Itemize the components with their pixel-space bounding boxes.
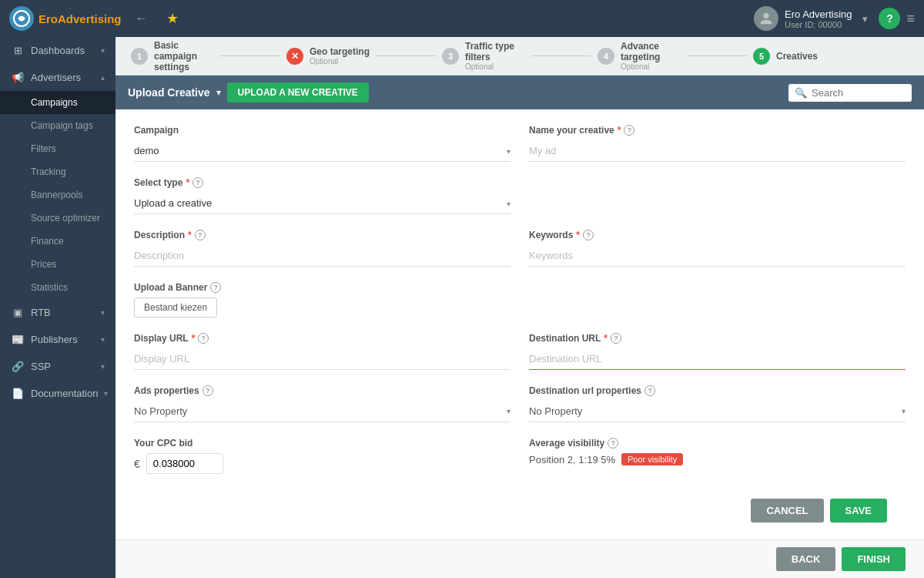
- sidebar-item-campaigns[interactable]: Campaigns: [0, 91, 116, 114]
- sidebar-item-finance[interactable]: Finance: [0, 230, 116, 253]
- campaign-select[interactable]: demo: [134, 140, 511, 161]
- form-col-upload-right: [529, 282, 906, 318]
- sidebar-label-prices: Prices: [31, 259, 56, 270]
- logo-text: EroAdvertising: [38, 12, 122, 25]
- ads-properties-select[interactable]: No Property: [134, 401, 511, 422]
- desturl-required: *: [604, 333, 608, 344]
- form-col-select-type: Select type * ? Upload a creative ▾: [134, 177, 511, 214]
- avg-visibility-help-icon[interactable]: ?: [608, 438, 618, 449]
- kw-help-icon[interactable]: ?: [583, 230, 594, 240]
- step-info-1: Basic campaign settings: [154, 40, 214, 72]
- sidebar-label-statistics: Statistics: [31, 282, 68, 293]
- type-select[interactable]: Upload a creative: [134, 193, 511, 213]
- help-icon: ?: [886, 12, 893, 25]
- sidebar-item-filters[interactable]: Filters: [0, 137, 116, 160]
- sidebar-item-tracking[interactable]: Tracking: [0, 160, 116, 183]
- ads-prop-help-icon[interactable]: ?: [203, 385, 213, 396]
- form-container: Campaign demo ▾ Name your creative *: [116, 109, 924, 539]
- form-col-campaign: Campaign demo ▾: [134, 125, 511, 162]
- step-info-2: Geo targeting Optional: [310, 46, 370, 66]
- grid-icon: ⊞: [11, 45, 25, 56]
- panel-title-dropdown-button[interactable]: ▾: [216, 87, 221, 98]
- wizard-steps: 1 Basic campaign settings ✕ Geo targetin…: [116, 37, 924, 76]
- sidebar-item-source-optimizer[interactable]: Source optimizer: [0, 207, 116, 230]
- sidebar-label-campaigns: Campaigns: [31, 97, 78, 108]
- form-col-upload-banner: Upload a Banner ? Bestand kiezen: [134, 282, 511, 318]
- display-url-input[interactable]: [134, 348, 511, 370]
- sidebar-item-advertisers[interactable]: 📢 Advertisers ▴: [0, 64, 116, 91]
- back-button-bottom[interactable]: BACK: [776, 547, 836, 571]
- durl-required: *: [192, 333, 196, 344]
- sidebar-item-documentation[interactable]: 📄 Documentation ▾: [0, 380, 116, 407]
- sidebar-item-bannerpools[interactable]: Bannerpools: [0, 183, 116, 207]
- step-label-5: Creatives: [776, 51, 909, 62]
- cpc-row: €: [134, 453, 511, 474]
- step-info-4: Advance targeting Optional: [621, 41, 681, 71]
- sidebar-item-ssp[interactable]: 🔗 SSP ▾: [0, 353, 116, 380]
- avg-visibility-value: Position 2, 1:19 5%: [529, 454, 615, 465]
- hamburger-menu-button[interactable]: ≡: [906, 11, 915, 27]
- content-area: 1 Basic campaign settings ✕ Geo targetin…: [116, 37, 924, 578]
- help-button[interactable]: ?: [879, 8, 900, 29]
- top-navbar: EroAdvertising ← ★ Ero Advertising User …: [0, 0, 924, 37]
- description-input[interactable]: [134, 245, 511, 267]
- desc-help-icon[interactable]: ?: [195, 230, 206, 240]
- euro-symbol: €: [134, 458, 140, 470]
- cancel-button[interactable]: CANCEL: [751, 499, 823, 523]
- sidebar-label-filters: Filters: [31, 143, 56, 154]
- kw-required: *: [576, 230, 580, 240]
- user-dropdown-button[interactable]: ▾: [858, 8, 872, 29]
- dest-url-props-select-wrap: No Property ▾: [529, 401, 906, 422]
- step-label-1: Basic campaign settings: [154, 40, 214, 72]
- campaign-label: Campaign: [134, 125, 511, 136]
- dest-url-prop-help-icon[interactable]: ?: [644, 385, 655, 396]
- search-input[interactable]: [812, 87, 906, 99]
- wizard-step-3: 3 Traffic type filters Optional: [442, 41, 598, 71]
- name-help-icon[interactable]: ?: [624, 125, 634, 136]
- top-nav-left: EroAdvertising ← ★: [9, 5, 183, 32]
- sidebar-item-campaign-tags[interactable]: Campaign tags: [0, 114, 116, 137]
- form-col-keywords: Keywords * ?: [529, 230, 906, 267]
- dest-url-props-select[interactable]: No Property: [529, 401, 906, 422]
- keywords-input[interactable]: [529, 245, 906, 267]
- campaign-select-wrap: demo ▾: [134, 140, 511, 162]
- sidebar-item-statistics[interactable]: Statistics: [0, 276, 116, 299]
- finish-button[interactable]: FINISH: [842, 547, 906, 571]
- sidebar-item-dashboards[interactable]: ⊞ Dashboards ▾: [0, 37, 116, 64]
- logo: EroAdvertising: [9, 6, 122, 31]
- upload-new-creative-button[interactable]: UPLOAD A NEW CREATIVE: [227, 82, 369, 102]
- keywords-label: Keywords * ?: [529, 230, 906, 240]
- file-upload-button[interactable]: Bestand kiezen: [134, 297, 217, 318]
- chevron-icon-rtb: ▾: [101, 308, 105, 317]
- name-input[interactable]: [529, 140, 906, 162]
- step-info-3: Traffic type filters Optional: [465, 41, 525, 71]
- wizard-step-5: 5 Creatives: [753, 48, 909, 65]
- desturl-help-icon[interactable]: ?: [611, 333, 621, 344]
- form-col-cpc: Your CPC bid €: [134, 438, 511, 474]
- sidebar-item-publishers[interactable]: 📰 Publishers ▾: [0, 326, 116, 353]
- chevron-icon-advertisers: ▴: [101, 73, 105, 82]
- destination-url-input[interactable]: [529, 348, 906, 370]
- hamburger-icon: ≡: [906, 11, 915, 26]
- form-col-destination-url: Destination URL * ?: [529, 333, 906, 370]
- chevron-down-icon: ▾: [862, 13, 868, 25]
- form-row-1: Campaign demo ▾ Name your creative *: [134, 125, 906, 162]
- avatar: [754, 6, 778, 31]
- type-help-icon[interactable]: ?: [192, 177, 203, 188]
- step-label-3: Traffic type filters: [465, 41, 525, 62]
- favorite-button[interactable]: ★: [162, 5, 183, 32]
- banner-help-icon[interactable]: ?: [210, 282, 221, 293]
- user-details: Ero Advertising User ID: 00000: [785, 8, 852, 29]
- step-circle-5: 5: [753, 48, 770, 65]
- save-button[interactable]: SAVE: [830, 499, 887, 523]
- back-icon: ←: [136, 12, 148, 25]
- documentation-icon: 📄: [11, 388, 25, 399]
- panel-header: Upload Creative ▾ UPLOAD A NEW CREATIVE …: [116, 76, 924, 109]
- sidebar-item-prices[interactable]: Prices: [0, 253, 116, 276]
- durl-help-icon[interactable]: ?: [198, 333, 209, 344]
- sidebar-item-rtb[interactable]: ▣ RTB ▾: [0, 299, 116, 326]
- cpc-input[interactable]: [146, 453, 223, 474]
- sidebar-label-source-optimizer: Source optimizer: [31, 213, 100, 223]
- user-name: Ero Advertising: [785, 8, 852, 20]
- back-button[interactable]: ←: [131, 7, 152, 30]
